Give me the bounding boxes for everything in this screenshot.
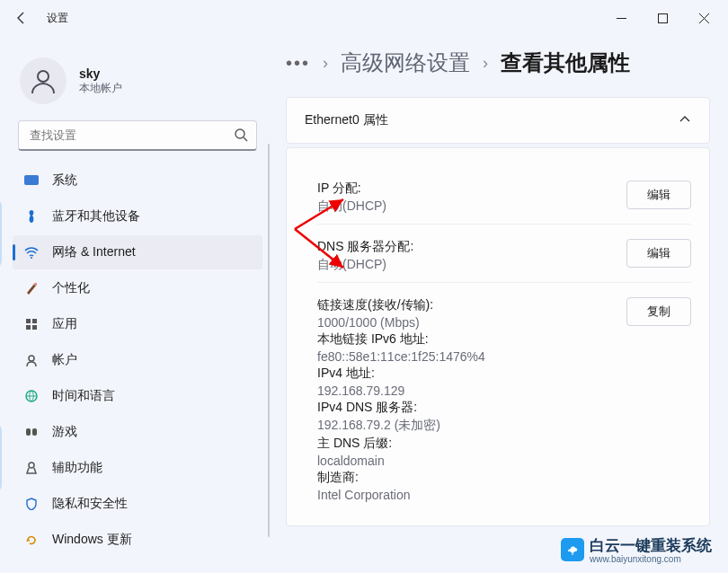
ipv6-value: fe80::58e1:11ce:1f25:1476%4 [317,349,626,364]
svg-rect-8 [26,319,31,323]
sidebar-item-6[interactable]: 时间和语言 [13,379,262,413]
sidebar-item-9[interactable]: 隐私和安全性 [13,487,262,521]
link-speed-label: 链接速度(接收/传输): [317,297,626,313]
nav-icon [23,282,40,295]
manufacturer-label: 制造商: [317,470,626,486]
svg-rect-14 [26,428,31,436]
svg-rect-10 [26,325,31,330]
sidebar-item-1[interactable]: 蓝牙和其他设备 [13,199,262,234]
watermark: 白云一键重装系统 www.baiyunxitong.com [561,535,712,564]
edit-ip-button[interactable]: 编辑 [626,181,691,209]
sidebar-item-label: 辅助功能 [52,460,102,476]
window-title: 设置 [47,11,68,26]
ipv4-dns-label: IPv4 DNS 服务器: [317,400,626,416]
ip-assignment-value: 自动(DHCP) [317,198,626,215]
svg-point-16 [29,463,34,468]
sidebar-item-label: 系统 [52,172,77,189]
page-title: 查看其他属性 [501,48,630,77]
ipv4-value: 192.168.79.129 [317,383,626,398]
properties-card-body: IP 分配: 自动(DHCP) 编辑 DNS 服务器分配: 自动(DHCP) 编… [286,147,710,526]
svg-point-6 [31,257,32,259]
chevron-right-icon: › [483,54,488,73]
ipv4-label: IPv4 地址: [317,366,626,382]
nav-icon [23,318,40,331]
svg-point-3 [235,129,244,138]
nav-icon [23,462,40,474]
nav-icon [23,175,40,186]
card-title: Ethernet0 属性 [305,112,388,128]
sidebar-item-7[interactable]: 游戏 [13,415,262,449]
svg-rect-1 [658,13,667,22]
user-account-type: 本地帐户 [79,81,122,96]
title-bar: 设置 [0,0,728,36]
maximize-button[interactable] [642,0,683,36]
sidebar-item-3[interactable]: 个性化 [13,271,262,305]
ipv4-dns-value: 192.168.79.2 (未加密) [317,418,626,434]
sidebar-item-label: Windows 更新 [52,532,132,548]
sidebar-item-label: 个性化 [52,280,90,296]
main-content: ••• › 高级网络设置 › 查看其他属性 Ethernet0 属性 IP 分配… [270,36,728,573]
sidebar-item-label: 蓝牙和其他设备 [52,208,140,225]
breadcrumb-link[interactable]: 高级网络设置 [341,48,470,77]
dns-assignment-label: DNS 服务器分配: [317,239,626,255]
ipv6-label: 本地链接 IPv6 地址: [317,331,626,348]
svg-point-2 [38,71,49,82]
ip-assignment-label: IP 分配: [317,181,626,197]
edit-dns-button[interactable]: 编辑 [626,239,691,268]
nav-icon [23,498,40,510]
nav-icon [23,209,40,224]
sidebar-item-label: 帐户 [52,352,77,368]
user-card[interactable]: sky 本地帐户 [13,48,262,120]
sidebar-item-label: 网络 & Internet [52,244,136,260]
properties-card-header[interactable]: Ethernet0 属性 [286,97,710,144]
sidebar-item-5[interactable]: 帐户 [13,343,262,377]
breadcrumb-more-icon[interactable]: ••• [286,53,310,74]
sidebar-item-label: 游戏 [52,424,77,440]
minimize-button[interactable] [600,0,642,36]
breadcrumb: ••• › 高级网络设置 › 查看其他属性 [286,48,710,77]
sidebar-item-4[interactable]: 应用 [13,307,262,341]
svg-rect-5 [25,176,39,185]
link-speed-value: 1000/1000 (Mbps) [317,315,626,330]
user-name: sky [79,66,122,81]
dns-assignment-value: 自动(DHCP) [317,257,626,273]
nav-icon [23,390,40,402]
nav-icon [23,427,40,437]
nav-icon [23,533,40,546]
back-button[interactable] [4,0,40,36]
sidebar-item-label: 时间和语言 [52,388,115,404]
svg-rect-15 [32,428,37,436]
svg-rect-11 [32,325,37,330]
svg-point-12 [29,356,34,361]
search-icon [234,128,248,145]
sidebar-item-10[interactable]: Windows 更新 [13,523,262,557]
svg-rect-7 [34,283,37,286]
sidebar-item-2[interactable]: 网络 & Internet [13,235,262,269]
svg-line-4 [244,137,247,141]
nav-icon [23,354,40,366]
sidebar: sky 本地帐户 系统蓝牙和其他设备网络 & Internet个性化应用帐户时间… [0,36,270,573]
dns-suffix-value: localdomain [317,454,626,468]
avatar [20,57,67,104]
chevron-up-icon [679,113,691,128]
watermark-title: 白云一键重装系统 [590,535,712,556]
chevron-right-icon: › [323,54,328,73]
sidebar-item-8[interactable]: 辅助功能 [13,451,262,485]
manufacturer-value: Intel Corporation [317,488,626,502]
watermark-logo-icon [561,538,584,561]
sidebar-item-label: 隐私和安全性 [52,496,128,512]
dns-suffix-label: 主 DNS 后缀: [317,436,626,452]
svg-rect-9 [32,319,37,323]
nav-icon [23,246,40,259]
search-input[interactable] [18,120,257,151]
sidebar-item-label: 应用 [52,316,77,332]
sidebar-item-0[interactable]: 系统 [13,163,262,198]
copy-button[interactable]: 复制 [626,297,691,326]
close-button[interactable] [683,0,724,36]
